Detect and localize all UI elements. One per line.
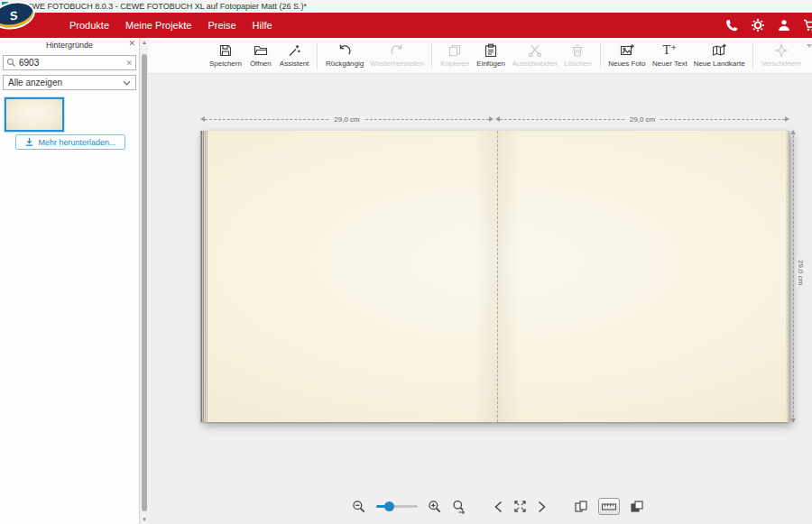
double-page-icon[interactable]	[574, 500, 588, 514]
menu-produkte[interactable]: Produkte	[69, 20, 109, 31]
toolbar-separator	[752, 43, 753, 69]
backgrounds-panel: Hintergründe ✕ ✕ Alle anzeigen Mehr heru…	[0, 38, 140, 524]
bottom-controls	[166, 498, 812, 515]
scroll-up-icon[interactable]: ▲	[141, 40, 148, 45]
app-window: CEWE FOTOBUCH 8.0.3 - CEWE FOTOBUCH XL a…	[0, 0, 812, 524]
paste-button[interactable]: Einfügen	[473, 41, 509, 69]
trash-icon	[570, 43, 585, 58]
pages-overview-icon[interactable]	[630, 500, 644, 514]
measure-line	[500, 119, 624, 120]
copy-icon	[448, 43, 462, 58]
fullscreen-icon[interactable]	[513, 500, 527, 513]
sparkle-icon	[774, 43, 789, 58]
menu-hilfe[interactable]: Hilfe	[253, 20, 272, 31]
new-photo-icon	[620, 43, 634, 58]
user-icon[interactable]	[777, 18, 791, 32]
title-bar: CEWE FOTOBUCH 8.0.3 - CEWE FOTOBUCH XL a…	[0, 0, 812, 13]
toolbar-separator	[600, 43, 601, 69]
close-icon[interactable]: ✕	[128, 39, 135, 48]
magic-wand-icon	[287, 43, 301, 58]
book-spine	[200, 131, 208, 422]
ruler-toggle[interactable]	[598, 498, 620, 515]
ruler-icon	[601, 501, 617, 512]
download-icon	[24, 137, 34, 147]
ruler-right-line	[793, 131, 794, 422]
measure-label-right: 29,0 cm	[624, 115, 660, 124]
measure-label-left: 29,0 cm	[328, 115, 364, 124]
chevron-right-icon[interactable]	[537, 501, 547, 513]
cut-button: Ausschneiden	[509, 41, 560, 69]
panel-header: Hintergründe ✕	[0, 38, 139, 52]
download-more-label: Mehr herunterladen...	[38, 138, 115, 147]
editor-canvas: 29,0 cm 29,0 cm 29,0 cm	[148, 74, 812, 524]
beautify-button: Verschönern	[758, 41, 805, 69]
filter-value: Alle anzeigen	[8, 78, 62, 87]
background-search: ✕	[3, 55, 136, 70]
book-pages[interactable]	[208, 131, 786, 422]
zoom-slider[interactable]	[376, 505, 418, 508]
phone-icon[interactable]	[724, 18, 739, 32]
chevron-down-icon	[123, 80, 131, 86]
background-filter-select[interactable]: Alle anzeigen	[3, 75, 136, 90]
cart-icon[interactable]	[803, 18, 812, 32]
panel-title: Hintergründe	[46, 41, 93, 50]
paste-icon	[484, 43, 498, 58]
gear-icon[interactable]	[751, 18, 765, 32]
download-more-button[interactable]: Mehr herunterladen...	[15, 134, 125, 150]
measure-line	[660, 119, 785, 120]
beautify-dropdown-icon[interactable]	[807, 44, 812, 48]
scissors-icon	[528, 43, 542, 58]
clear-icon[interactable]: ✕	[125, 59, 133, 68]
window-title: CEWE FOTOBUCH 8.0.3 - CEWE FOTOBUCH XL a…	[21, 2, 307, 11]
undo-button[interactable]: Rückgängig	[322, 41, 367, 69]
menu-bar: Produkte Meine Projekte Preise Hilfe	[0, 13, 812, 38]
zoom-fit-icon[interactable]	[452, 500, 466, 514]
scrollbar-thumb[interactable]	[142, 54, 147, 511]
undo-icon	[337, 43, 352, 58]
save-icon	[218, 43, 233, 58]
menu-icon-group	[724, 13, 812, 38]
ruler-top-left: 29,0 cm	[200, 115, 494, 124]
brand-logo-text: S	[8, 8, 19, 23]
folder-icon	[254, 43, 268, 58]
save-button[interactable]: Speichern	[206, 41, 245, 69]
menu-preise[interactable]: Preise	[208, 20, 235, 31]
new-text-icon: T⁺	[662, 43, 677, 58]
delete-button: Löschen	[560, 41, 595, 69]
sidebar-scrollbar: ▲ ▼	[141, 38, 148, 524]
zoom-out-icon[interactable]	[352, 500, 366, 514]
menu-meine-projekte[interactable]: Meine Projekte	[125, 20, 191, 31]
zoom-slider-thumb[interactable]	[384, 501, 394, 511]
open-button[interactable]: Öffnen	[245, 41, 276, 69]
book-edge-right	[786, 131, 789, 422]
ruler-top-right: 29,0 cm	[495, 115, 789, 124]
measure-line	[365, 119, 489, 120]
new-map-icon	[712, 43, 726, 58]
photobook-spread	[200, 131, 789, 422]
new-photo-button[interactable]: Neues Foto	[604, 41, 649, 69]
redo-icon	[390, 43, 404, 58]
page-fold-line	[497, 131, 498, 422]
scroll-down-icon[interactable]: ▼	[141, 517, 148, 522]
chevron-left-icon[interactable]	[494, 501, 503, 513]
redo-button: Wiederherstellen	[367, 41, 427, 69]
search-icon	[6, 58, 16, 68]
menu-items: Produkte Meine Projekte Preise Hilfe	[69, 13, 272, 38]
toolbar-separator	[431, 43, 432, 69]
zoom-in-icon[interactable]	[428, 500, 442, 514]
main-toolbar: Speichern Öffnen Assistent Rückgängig	[148, 38, 812, 74]
search-input[interactable]	[19, 58, 123, 68]
measure-line	[205, 119, 328, 120]
toolbar-separator	[317, 43, 318, 69]
assistant-button[interactable]: Assistent	[276, 41, 312, 69]
background-thumbnail-selected[interactable]	[5, 97, 64, 132]
new-text-button[interactable]: T⁺ Neuer Text	[649, 41, 690, 69]
copy-button: Kopieren	[437, 41, 473, 69]
new-map-button[interactable]: Neue Landkarte	[690, 41, 747, 69]
measure-label-side: 29,0 cm	[797, 257, 805, 288]
